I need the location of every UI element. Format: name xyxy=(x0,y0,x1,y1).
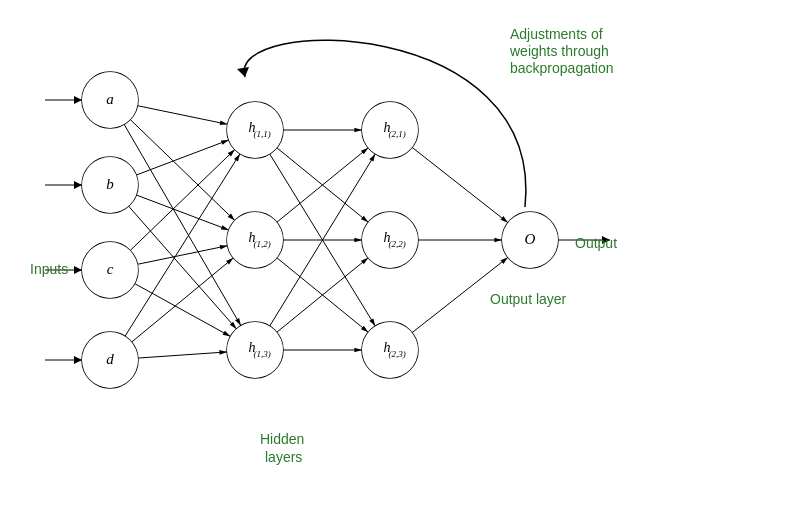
neural-network-diagram xyxy=(0,0,801,512)
